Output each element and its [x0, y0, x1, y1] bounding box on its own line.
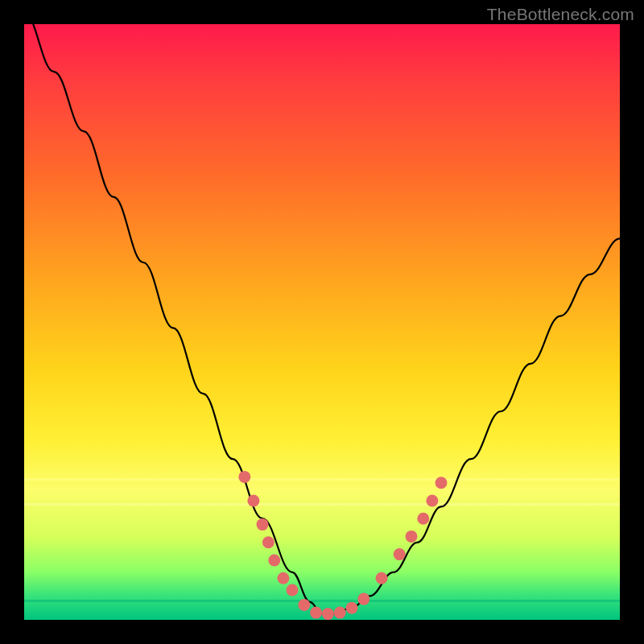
data-marker — [287, 584, 299, 597]
bottleneck-curve — [24, 24, 620, 614]
data-marker — [262, 536, 275, 548]
data-marker — [346, 602, 358, 614]
data-marker — [238, 471, 250, 483]
data-marker — [268, 555, 280, 567]
data-marker — [394, 548, 406, 560]
data-marker — [247, 495, 259, 507]
data-marker — [357, 593, 369, 605]
curve-svg — [24, 24, 620, 620]
data-marker — [322, 608, 334, 620]
data-marker — [406, 530, 418, 543]
data-marker — [298, 599, 310, 611]
band-line-1 — [24, 478, 620, 481]
data-marker — [277, 572, 289, 584]
data-marker — [334, 607, 346, 619]
watermark-text: TheBottleneck.com — [487, 5, 634, 24]
data-marker — [436, 477, 448, 489]
chart-frame: TheBottleneck.com — [0, 0, 644, 644]
data-marker — [417, 513, 429, 525]
plot-area — [24, 24, 620, 620]
data-marker — [310, 607, 322, 619]
band-line-2 — [24, 503, 620, 506]
data-marker — [426, 495, 438, 507]
marker-group — [238, 471, 447, 620]
band-line-3 — [24, 600, 620, 602]
data-marker — [257, 518, 269, 530]
data-marker — [376, 572, 388, 584]
